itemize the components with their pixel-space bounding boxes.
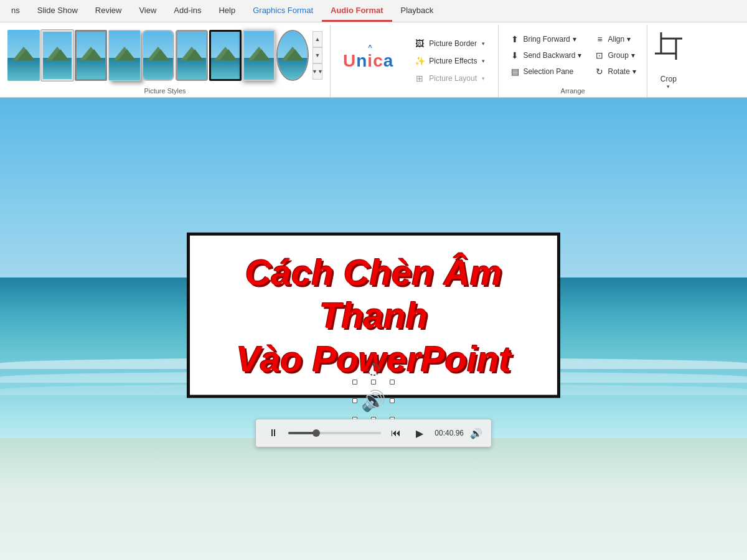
tab-view[interactable]: View [130, 0, 165, 22]
crop-icon [655, 32, 682, 73]
rotate-label: Rotate [608, 67, 629, 76]
align-btn[interactable]: ≡ Align ▾ [588, 32, 641, 47]
tab-playback[interactable]: Playback [392, 0, 443, 22]
rotate-icon: ↻ [594, 67, 605, 77]
handle-tm[interactable] [371, 380, 376, 385]
unica-logo-area: Un^ica [333, 26, 403, 96]
gallery-scroll-down[interactable]: ▼ [312, 47, 322, 63]
arrange-col-2: ≡ Align ▾ ⊡ Group ▾ ↻ Rotate ▾ [588, 26, 641, 85]
ribbon: ns Slide Show Review View Add-ins Help G… [0, 0, 747, 98]
picture-effects-label: Picture Effects [429, 57, 477, 65]
style-thumb-6[interactable] [176, 30, 208, 81]
picture-layout-caret[interactable]: ▾ [482, 75, 485, 82]
rotate-caret[interactable]: ▾ [632, 67, 636, 76]
picture-effects-caret[interactable]: ▾ [482, 58, 485, 64]
picture-border-icon: 🖼 [414, 39, 425, 49]
crop-section: Crop ▾ [647, 25, 690, 97]
handle-tr[interactable] [390, 380, 395, 385]
rotate-btn[interactable]: ↻ Rotate ▾ [588, 64, 641, 79]
handle-ml[interactable] [352, 398, 357, 403]
group-caret[interactable]: ▾ [631, 51, 635, 60]
arrange-section: ⬆ Bring Forward ▾ ⬇ Send Backward ▾ ▤ Se… [499, 25, 647, 97]
audio-player: ⏸ ⏮ ▶ 00:40.96 🔊 [255, 419, 492, 447]
volume-btn[interactable]: 🔊 [470, 427, 482, 439]
handle-mr[interactable] [390, 398, 395, 403]
play-btn[interactable]: ▶ [411, 424, 428, 442]
style-thumb-8[interactable] [243, 30, 275, 81]
sand-bg [0, 438, 747, 560]
gallery-scroll: ▲ ▼ ▼▼ [312, 31, 322, 80]
send-backward-label: Send Backward [523, 51, 575, 60]
align-label: Align [608, 35, 624, 44]
unica-n: n [356, 51, 367, 70]
slide-area: Cách Chèn Âm Thanh Vào PowerPoint 🔊 [0, 98, 747, 560]
send-backward-icon: ⬇ [509, 50, 520, 60]
arrange-label: Arrange [504, 85, 641, 96]
audio-selected-box[interactable]: 🔊 [355, 382, 392, 419]
align-icon: ≡ [594, 34, 605, 44]
tab-bar: ns Slide Show Review View Add-ins Help G… [0, 0, 747, 22]
tab-help[interactable]: Help [210, 0, 244, 22]
picture-layout-btn[interactable]: ⊞ Picture Layout ▾ [408, 71, 491, 86]
send-backward-btn[interactable]: ⬇ Send Backward ▾ [504, 48, 587, 63]
style-thumb-9[interactable] [276, 30, 309, 81]
bring-forward-icon: ⬆ [509, 34, 520, 44]
rotate-handle[interactable] [366, 362, 381, 377]
style-thumb-3[interactable] [75, 30, 107, 81]
player-progress-bar[interactable] [288, 432, 381, 434]
gallery-scroll-up[interactable]: ▲ [312, 31, 322, 47]
style-thumb-1[interactable] [7, 30, 40, 81]
selection-pane-btn[interactable]: ▤ Selection Pane [504, 64, 587, 79]
tab-slideshow[interactable]: Slide Show [29, 0, 87, 22]
picture-border-label: Picture Border [429, 39, 477, 48]
tab-graphics-format[interactable]: Graphics Format [244, 0, 322, 22]
slide-title: Cách Chèn Âm Thanh Vào PowerPoint [215, 250, 532, 380]
style-thumb-5[interactable] [142, 30, 174, 81]
picture-styles-label: Picture Styles [7, 85, 322, 96]
picture-layout-label: Picture Layout [429, 74, 477, 83]
pause-btn[interactable]: ⏸ [265, 424, 282, 442]
rewind-btn[interactable]: ⏮ [387, 424, 405, 442]
unica-hat: ^ [368, 44, 372, 51]
tab-review[interactable]: Review [87, 0, 131, 22]
handle-tl[interactable] [352, 380, 357, 385]
style-thumb-2[interactable] [41, 30, 73, 81]
styles-gallery: ▲ ▼ ▼▼ [7, 26, 322, 85]
slide-title-line1: Cách Chèn Âm Thanh [245, 251, 502, 335]
picture-effects-icon: ✨ [414, 56, 425, 66]
ribbon-content: ▲ ▼ ▼▼ Picture Styles Un^ica 🖼 Picture B… [0, 22, 747, 97]
style-thumb-7[interactable] [209, 30, 242, 81]
tab-audio-format[interactable]: Audio Format [322, 0, 392, 22]
bring-forward-label: Bring Forward [523, 35, 570, 44]
align-caret[interactable]: ▾ [627, 35, 631, 44]
style-thumb-4[interactable] [108, 30, 141, 81]
player-progress-thumb[interactable] [312, 429, 320, 437]
tab-addins[interactable]: Add-ins [165, 0, 210, 22]
picture-styles-section: ▲ ▼ ▼▼ Picture Styles [5, 25, 331, 97]
crop-label: Crop [660, 75, 677, 83]
crop-btn[interactable]: Crop ▾ [655, 27, 682, 95]
unica-i: i [367, 51, 373, 70]
picture-border-btn[interactable]: 🖼 Picture Border ▾ [408, 36, 491, 51]
unica-c: c [373, 51, 383, 70]
send-backward-caret[interactable]: ▾ [578, 51, 581, 60]
unica-logo: Un^ica [343, 51, 393, 71]
picture-effects-btn[interactable]: ✨ Picture Effects ▾ [408, 54, 491, 68]
arrange-col-1: ⬆ Bring Forward ▾ ⬇ Send Backward ▾ ▤ Se… [504, 26, 587, 85]
group-btn[interactable]: ⊡ Group ▾ [588, 48, 641, 63]
unica-a: a [383, 51, 394, 70]
tab-ns[interactable]: ns [2, 0, 29, 22]
picture-layout-icon: ⊞ [414, 73, 425, 83]
crop-dropdown-caret[interactable]: ▾ [667, 83, 670, 90]
unica-u: U [343, 51, 356, 70]
group-icon: ⊡ [594, 50, 605, 60]
selection-pane-icon: ▤ [509, 67, 520, 77]
bring-forward-btn[interactable]: ⬆ Bring Forward ▾ [504, 32, 587, 47]
audio-speaker-icon: 🔊 [361, 389, 386, 413]
picture-border-caret[interactable]: ▾ [482, 40, 485, 47]
gallery-expand[interactable]: ▼▼ [312, 63, 322, 80]
group-label: Group [608, 51, 628, 60]
player-time: 00:40.96 [435, 429, 464, 437]
bring-forward-caret[interactable]: ▾ [573, 35, 576, 44]
audio-icon-selected[interactable]: 🔊 [355, 362, 392, 419]
